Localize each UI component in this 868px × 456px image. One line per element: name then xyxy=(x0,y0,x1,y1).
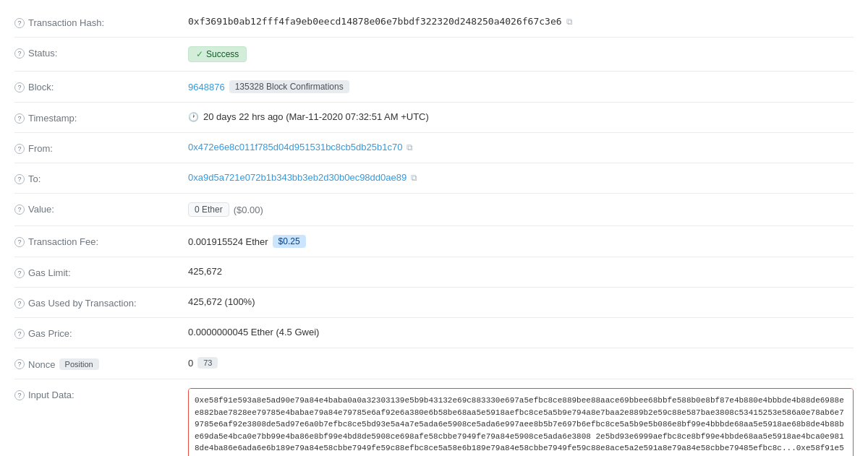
input-data-value xyxy=(188,388,854,456)
gas-used-label: ? Gas Used by Transaction: xyxy=(14,296,188,309)
help-icon-value[interactable]: ? xyxy=(14,205,25,215)
from-label: ? From: xyxy=(14,142,188,154)
status-row: ? Status: Success xyxy=(14,38,854,72)
block-value: 9648876 135328 Block Confirmations xyxy=(188,80,854,93)
help-icon-to[interactable]: ? xyxy=(14,174,25,184)
gas-limit-value: 425,672 xyxy=(188,266,854,277)
from-row: ? From: 0x472e6e8c011f785d04d951531bc8cb… xyxy=(14,133,854,163)
help-icon-from[interactable]: ? xyxy=(14,144,25,154)
copy-to-icon[interactable]: ⧉ xyxy=(411,173,417,183)
help-icon-hash[interactable]: ? xyxy=(14,18,25,28)
timestamp-label: ? Timestamp: xyxy=(14,111,188,124)
status-label: ? Status: xyxy=(14,46,188,59)
gas-limit-label: ? Gas Limit: xyxy=(14,266,188,278)
input-data-wrapper xyxy=(188,388,854,456)
value-label: ? Value: xyxy=(14,202,188,215)
input-data-label: ? Input Data: xyxy=(14,388,188,400)
to-label: ? To: xyxy=(14,172,188,184)
gas-price-label: ? Gas Price: xyxy=(14,327,188,339)
fee-row: ? Transaction Fee: 0.001915524 Ether $0.… xyxy=(14,226,854,257)
from-address-link[interactable]: 0x472e6e8c011f785d04d951531bc8cb5db25b1c… xyxy=(188,142,402,152)
copy-from-icon[interactable]: ⧉ xyxy=(407,142,413,152)
value-amount: 0 Ether ($0.00) xyxy=(188,202,854,217)
help-icon-nonce[interactable]: ? xyxy=(14,359,25,369)
gas-limit-row: ? Gas Limit: 425,672 xyxy=(14,257,854,288)
value-row: ? Value: 0 Ether ($0.00) xyxy=(14,194,854,226)
confirmations-badge: 135328 Block Confirmations xyxy=(229,80,349,93)
gas-used-value: 425,672 (100%) xyxy=(188,296,854,307)
status-badge: Success xyxy=(188,46,247,62)
clock-icon: 🕐 xyxy=(188,112,199,122)
nonce-label: ? Nonce Position xyxy=(14,357,188,370)
to-row: ? To: 0xa9d5a721e072b1b343bb3eb2d30b0ec9… xyxy=(14,163,854,194)
copy-hash-icon[interactable]: ⧉ xyxy=(566,17,573,27)
block-row: ? Block: 9648876 135328 Block Confirmati… xyxy=(14,72,854,103)
nonce-value: 0 73 xyxy=(188,357,854,369)
help-icon-gas-used[interactable]: ? xyxy=(14,298,25,309)
block-label: ? Block: xyxy=(14,80,188,93)
position-badge: Position xyxy=(59,358,99,370)
input-data-row: ? Input Data: xyxy=(14,379,854,456)
gas-price-row: ? Gas Price: 0.0000000045 Ether (4.5 Gwe… xyxy=(14,318,854,348)
help-icon-input-data[interactable]: ? xyxy=(14,390,25,400)
fee-usd-badge: $0.25 xyxy=(273,235,306,248)
to-value: 0xa9d5a721e072b1b343bb3eb2d30b0ec98dd0ae… xyxy=(188,172,854,183)
transaction-hash-value: 0xf3691b0ab12fff4fa9eb0eecd14878e06e7bbd… xyxy=(188,16,854,27)
to-address-link[interactable]: 0xa9d5a721e072b1b343bb3eb2d30b0ec98dd0ae… xyxy=(188,172,407,183)
help-icon-block[interactable]: ? xyxy=(14,82,25,93)
help-icon-status[interactable]: ? xyxy=(14,48,25,59)
timestamp-row: ? Timestamp: 🕐 20 days 22 hrs ago (Mar-1… xyxy=(14,103,854,133)
nonce-row: ? Nonce Position 0 73 xyxy=(14,348,854,379)
fee-value: 0.001915524 Ether $0.25 xyxy=(188,235,854,248)
block-number-link[interactable]: 9648876 xyxy=(188,82,225,93)
nonce-position-value: 73 xyxy=(197,357,218,369)
help-icon-gas-limit[interactable]: ? xyxy=(14,268,25,278)
ether-amount-badge: 0 Ether xyxy=(188,202,229,217)
help-icon-gas-price[interactable]: ? xyxy=(14,329,25,339)
transaction-hash-row: ? Transaction Hash: 0xf3691b0ab12fff4fa9… xyxy=(14,7,854,38)
transaction-hash-label: ? Transaction Hash: xyxy=(14,16,188,28)
input-data-textarea[interactable] xyxy=(188,388,854,456)
help-icon-fee[interactable]: ? xyxy=(14,237,25,247)
fee-label: ? Transaction Fee: xyxy=(14,235,188,247)
gas-price-value: 0.0000000045 Ether (4.5 Gwei) xyxy=(188,327,854,337)
from-value: 0x472e6e8c011f785d04d951531bc8cb5db25b1c… xyxy=(188,142,854,152)
gas-used-row: ? Gas Used by Transaction: 425,672 (100%… xyxy=(14,288,854,318)
help-icon-timestamp[interactable]: ? xyxy=(14,113,25,124)
timestamp-value: 🕐 20 days 22 hrs ago (Mar-11-2020 07:32:… xyxy=(188,111,854,122)
status-value: Success xyxy=(188,46,854,62)
transaction-detail-container: ? Transaction Hash: 0xf3691b0ab12fff4fa9… xyxy=(0,0,868,456)
